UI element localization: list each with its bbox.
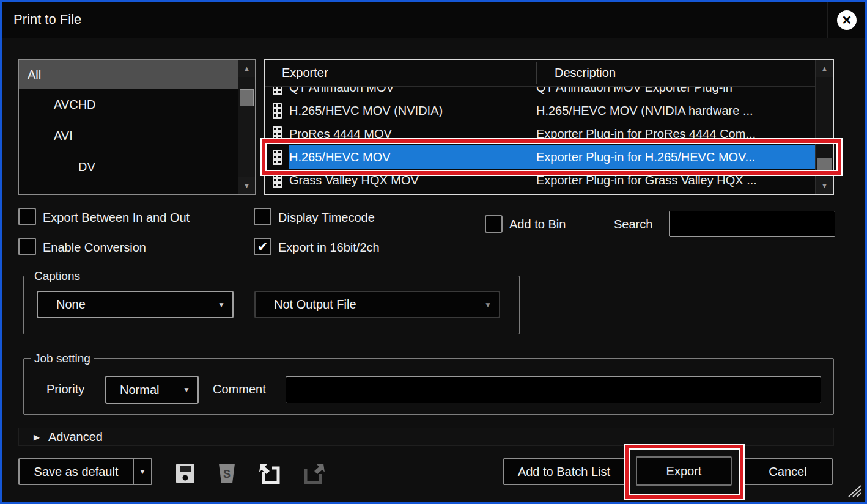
- title-bar: Print to File ✕: [2, 2, 865, 38]
- trash-icon: S: [217, 462, 237, 484]
- print-to-file-dialog: Print to File ✕ All AVCHD AVI DV DVCPRO …: [0, 0, 867, 504]
- category-item-dvcpro-hd[interactable]: DVCPRO HD: [19, 183, 238, 194]
- table-row-prores-4444[interactable]: ProRes 4444 MOV Exporter Plug-in for Pro…: [265, 122, 815, 145]
- scroll-down-icon[interactable]: ▼: [816, 177, 833, 194]
- captions-output-value: Not Output File: [256, 298, 477, 312]
- exporter-cell: QT Animation MOV: [289, 87, 536, 95]
- exporter-table-body: QT Animation MOV QT Animation MOV Export…: [265, 87, 815, 194]
- chevron-down-icon: ▼: [210, 301, 232, 309]
- scroll-up-icon[interactable]: ▲: [816, 60, 833, 77]
- export-preset-button[interactable]: [301, 461, 326, 486]
- category-item-avchd[interactable]: AVCHD: [19, 89, 238, 120]
- add-to-bin-checkbox[interactable]: [485, 215, 503, 233]
- title-divider: [827, 2, 828, 38]
- save-as-default-button[interactable]: Save as default ▼: [18, 458, 152, 485]
- dialog-title: Print to File: [13, 12, 81, 27]
- export-between-checkbox[interactable]: [18, 208, 36, 225]
- column-header-exporter[interactable]: Exporter: [282, 66, 328, 80]
- export-label: Export: [666, 464, 702, 478]
- checkmark: ✔: [257, 239, 268, 254]
- category-item-dv[interactable]: DV: [19, 152, 238, 183]
- cancel-button[interactable]: Cancel: [743, 458, 833, 485]
- table-row-grass-valley-hqx[interactable]: Grass Valley HQX MOV Exporter Plug-in fo…: [265, 169, 815, 192]
- description-cell: Exporter Plug-in for H.265/HEVC MOV...: [536, 150, 815, 164]
- close-icon: ✕: [842, 13, 852, 27]
- captions-type-value: None: [38, 298, 210, 312]
- category-scrollbar[interactable]: ▲ ▼: [238, 60, 255, 194]
- priority-label: Priority: [46, 382, 84, 396]
- expander-arrow-icon: ▶: [34, 433, 40, 442]
- exporter-rows: QT Animation MOV QT Animation MOV Export…: [265, 87, 815, 194]
- film-icon: [265, 99, 289, 122]
- scroll-down-icon[interactable]: ▼: [238, 177, 255, 194]
- description-cell: Exporter Plug-in for Grass Valley HQX ..…: [536, 173, 815, 188]
- cancel-label: Cancel: [769, 465, 806, 479]
- search-input[interactable]: [669, 211, 835, 237]
- add-to-batch-list-button[interactable]: Add to Batch List: [503, 458, 625, 485]
- priority-dropdown[interactable]: Normal ▼: [105, 376, 199, 404]
- chevron-down-icon: ▼: [477, 301, 499, 309]
- description-cell: QT Animation MOV Exporter Plug-in: [536, 87, 815, 95]
- table-scrollbar[interactable]: ▲ ▼: [815, 60, 833, 194]
- chevron-down-icon: ▼: [134, 468, 151, 475]
- priority-value: Normal: [106, 383, 175, 397]
- description-cell: Exporter Plug-in for ProRes 4444 Com...: [536, 127, 815, 141]
- category-items: All AVCHD AVI DV DVCPRO HD: [19, 60, 238, 194]
- film-icon: [265, 87, 289, 99]
- exporter-cell: ProRes 4444 MOV: [289, 127, 536, 141]
- exporter-cell: H.265/HEVC MOV (NVIDIA): [289, 104, 536, 118]
- search-label: Search: [614, 217, 652, 232]
- add-to-bin-label: Add to Bin: [509, 217, 566, 232]
- scroll-up-icon[interactable]: ▲: [238, 60, 255, 77]
- category-scrollbar-thumb[interactable]: [240, 89, 254, 106]
- table-scrollbar-thumb[interactable]: [817, 158, 832, 176]
- captions-group-label: Captions: [31, 269, 84, 283]
- comment-input[interactable]: [286, 376, 821, 403]
- exporter-cell: Grass Valley HQX MOV: [289, 173, 536, 188]
- category-list: All AVCHD AVI DV DVCPRO HD ▲ ▼: [18, 59, 256, 195]
- exporter-table-header: Exporter Description: [265, 60, 815, 87]
- enable-conversion-checkbox[interactable]: [18, 238, 36, 255]
- export-16bit-label: Export in 16bit/2ch: [278, 241, 380, 255]
- film-icon: [265, 145, 289, 169]
- captions-type-dropdown[interactable]: None ▼: [37, 291, 234, 318]
- exporter-table: QT Animation MOV QT Animation MOV Export…: [264, 59, 834, 195]
- film-icon: [265, 122, 289, 145]
- advanced-expander[interactable]: ▶ Advanced: [18, 428, 834, 446]
- advanced-label: Advanced: [48, 430, 103, 444]
- column-divider[interactable]: [536, 62, 537, 84]
- film-icon: [265, 169, 289, 192]
- export-16bit-checkbox[interactable]: ✔: [254, 238, 271, 255]
- export-between-label: Export Between In and Out: [43, 211, 190, 225]
- table-row-h265-nvidia[interactable]: H.265/HEVC MOV (NVIDIA) H.265/HEVC MOV (…: [265, 99, 815, 122]
- job-setting-group-label: Job setting: [31, 352, 94, 365]
- import-icon: [259, 462, 282, 485]
- table-row-h265-selected[interactable]: H.265/HEVC MOV Exporter Plug-in for H.26…: [265, 145, 815, 169]
- delete-preset-button[interactable]: S: [215, 461, 239, 486]
- film-icon: [265, 192, 289, 194]
- display-timecode-checkbox[interactable]: [254, 208, 271, 225]
- resize-grip[interactable]: [843, 481, 861, 499]
- captions-output-dropdown[interactable]: Not Output File ▼: [254, 291, 500, 318]
- exporter-cell: H.265/HEVC MOV: [289, 150, 536, 164]
- table-row-qt-animation[interactable]: QT Animation MOV QT Animation MOV Export…: [265, 87, 815, 99]
- floppy-disk-icon: [175, 463, 195, 484]
- save-as-default-label: Save as default: [20, 465, 133, 479]
- resize-grip-icon: [843, 481, 861, 497]
- export-icon: [302, 462, 325, 485]
- enable-conversion-label: Enable Conversion: [43, 241, 146, 255]
- comment-label: Comment: [213, 382, 266, 396]
- category-item-avi[interactable]: AVI: [19, 120, 238, 152]
- export-button[interactable]: Export: [636, 456, 732, 486]
- table-row-clipped[interactable]: [265, 192, 815, 194]
- chevron-down-icon: ▼: [175, 385, 197, 394]
- description-cell: H.265/HEVC MOV (NVIDIA hardware ...: [536, 104, 815, 118]
- add-to-batch-list-label: Add to Batch List: [518, 465, 610, 479]
- display-timecode-label: Display Timecode: [278, 211, 375, 225]
- save-preset-button[interactable]: [173, 461, 197, 486]
- category-item-all[interactable]: All: [19, 60, 238, 89]
- column-header-description[interactable]: Description: [555, 66, 616, 80]
- close-button[interactable]: ✕: [837, 10, 857, 30]
- import-preset-button[interactable]: [258, 461, 282, 486]
- svg-text:S: S: [223, 468, 231, 480]
